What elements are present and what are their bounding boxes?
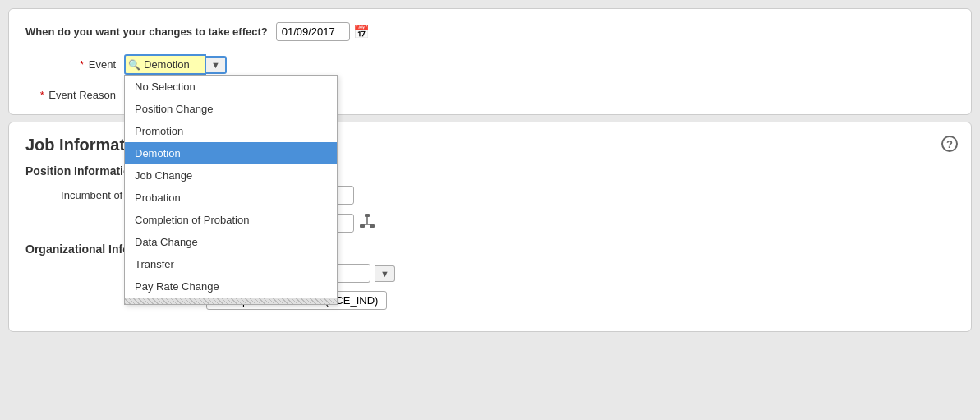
dropdown-item-promotion[interactable]: Promotion (125, 120, 337, 142)
event-required-star: * (80, 58, 84, 71)
dropdown-item-position-change[interactable]: Position Change (125, 98, 337, 120)
dropdown-resize-handle[interactable] (125, 298, 337, 304)
event-reason-required-star: * (40, 89, 44, 101)
dropdown-item-data-change[interactable]: Data Change (125, 231, 337, 253)
dropdown-item-probation[interactable]: Probation (125, 187, 337, 209)
org-chart-icon[interactable] (359, 213, 375, 233)
effective-date-label: When do you want your changes to take ef… (25, 25, 268, 38)
svg-rect-0 (365, 214, 370, 217)
event-reason-label: * Event Reason (25, 85, 124, 101)
dropdown-item-demotion[interactable]: Demotion (125, 142, 337, 164)
event-input[interactable] (124, 54, 206, 75)
event-label: * Event (25, 54, 124, 71)
dropdown-item-no-selection[interactable]: No Selection (125, 76, 337, 98)
dropdown-item-job-change[interactable]: Job Change (125, 164, 337, 187)
event-search-select: 🔍 ▼ (124, 54, 227, 75)
dropdown-item-pay-rate-change[interactable]: Pay Rate Change (125, 275, 337, 298)
date-input[interactable] (276, 22, 350, 41)
dropdown-items-container: No Selection Position Change Promotion D… (125, 76, 337, 298)
event-dropdown-list: No Selection Position Change Promotion D… (124, 75, 338, 305)
effective-date-row: When do you want your changes to take ef… (25, 22, 955, 41)
event-dropdown-arrow[interactable]: ▼ (206, 56, 227, 74)
dropdown-item-transfer[interactable]: Transfer (125, 253, 337, 275)
event-field-container: 🔍 ▼ No Selection Position Change Promoti… (124, 54, 227, 75)
date-input-wrapper: 📅 (276, 22, 370, 41)
dropdown-item-completion-probation[interactable]: Completion of Probation (125, 209, 337, 231)
calendar-icon[interactable]: 📅 (353, 24, 370, 39)
help-icon[interactable]: ? (941, 136, 958, 152)
event-row: * Event 🔍 ▼ No Selection Position Change… (25, 54, 955, 75)
company-dropdown-btn[interactable]: ▼ (375, 265, 395, 282)
top-card: When do you want your changes to take ef… (8, 8, 972, 115)
